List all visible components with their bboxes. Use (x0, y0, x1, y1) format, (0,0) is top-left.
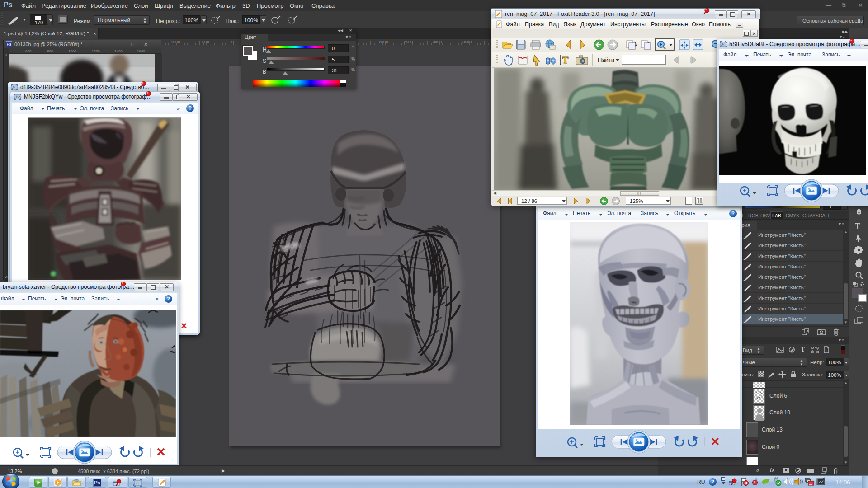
svg-text:T: T (562, 55, 569, 65)
